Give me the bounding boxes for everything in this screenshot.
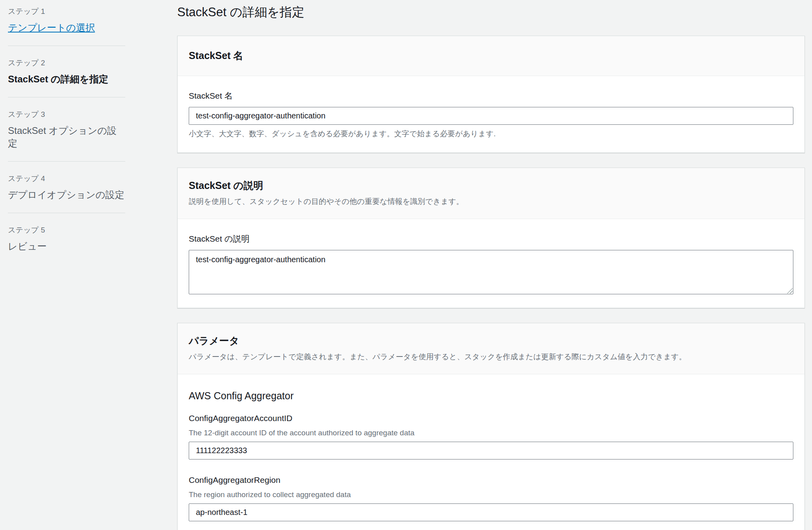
step-divider [8, 213, 125, 213]
step-divider [8, 161, 125, 162]
step-4-label: ステップ 4 [8, 173, 125, 184]
step-2-specify-details: ステップ 2 StackSet の詳細を指定 [8, 57, 125, 85]
stackset-description-card-header: StackSet の説明 説明を使用して、スタックセットの目的やその他の重要な情… [178, 168, 804, 219]
wizard-steps-sidebar: ステップ 1 テンプレートの選択 ステップ 2 StackSet の詳細を指定 … [0, 0, 177, 530]
parameters-card-subtitle: パラメータは、テンプレートで定義されます。また、パラメータを使用すると、スタック… [189, 352, 793, 362]
config-aggregator-region-field: ConfigAggregatorRegion The region author… [189, 475, 793, 521]
step-4-title: デプロイオプションの設定 [8, 189, 125, 201]
step-5-label: ステップ 5 [8, 225, 125, 235]
parameter-group-title: AWS Config Aggregator [189, 390, 793, 402]
parameters-card-body: AWS Config Aggregator ConfigAggregatorAc… [178, 374, 804, 530]
step-1-template-selection: ステップ 1 テンプレートの選択 [8, 6, 125, 34]
stackset-name-input[interactable] [189, 107, 793, 125]
step-2-title-current: StackSet の詳細を指定 [8, 73, 125, 85]
config-aggregator-region-label: ConfigAggregatorRegion [189, 475, 793, 485]
step-5-title: レビュー [8, 240, 125, 252]
stackset-description-card-body: StackSet の説明 test-config-aggregator-auth… [178, 219, 804, 308]
stackset-description-card: StackSet の説明 説明を使用して、スタックセットの目的やその他の重要な情… [177, 168, 805, 308]
stackset-description-card-title: StackSet の説明 [189, 179, 793, 192]
step-1-link[interactable]: テンプレートの選択 [8, 22, 95, 33]
config-aggregator-region-description: The region authorized to collect aggrega… [189, 490, 793, 499]
config-aggregator-account-id-description: The 12-digit account ID of the account a… [189, 429, 793, 437]
stackset-description-textarea[interactable]: test-config-aggregator-authentication [189, 250, 793, 294]
parameters-card-title: パラメータ [189, 334, 793, 347]
step-2-label: ステップ 2 [8, 58, 125, 68]
stackset-name-card-body: StackSet 名 小文字、大文字、数字、ダッシュを含める必要があります。文字… [178, 76, 804, 153]
config-aggregator-region-input[interactable] [189, 503, 793, 521]
config-aggregator-account-id-input[interactable] [189, 442, 793, 459]
config-aggregator-account-id-label: ConfigAggregatorAccountID [189, 414, 793, 423]
wizard-steps-nav: ステップ 1 テンプレートの選択 ステップ 2 StackSet の詳細を指定 … [8, 6, 125, 252]
step-4-deploy-options: ステップ 4 デプロイオプションの設定 [8, 173, 125, 201]
step-5-review: ステップ 5 レビュー [8, 224, 125, 252]
stackset-description-textarea-wrap: test-config-aggregator-authentication [189, 250, 793, 294]
parameters-card: パラメータ パラメータは、テンプレートで定義されます。また、パラメータを使用する… [177, 323, 805, 530]
step-3-label: ステップ 3 [8, 109, 125, 120]
stackset-description-card-subtitle: 説明を使用して、スタックセットの目的やその他の重要な情報を識別できます。 [189, 196, 793, 207]
step-3-title: StackSet オプションの設定 [8, 124, 125, 149]
stackset-name-card: StackSet 名 StackSet 名 小文字、大文字、数字、ダッシュを含め… [177, 36, 805, 153]
config-aggregator-account-id-field: ConfigAggregatorAccountID The 12-digit a… [189, 414, 793, 459]
stackset-description-field-label: StackSet の説明 [189, 233, 793, 244]
step-divider [8, 97, 125, 97]
step-1-label: ステップ 1 [8, 6, 125, 17]
step-divider [8, 46, 125, 46]
parameters-card-header: パラメータ パラメータは、テンプレートで定義されます。また、パラメータを使用する… [178, 323, 804, 374]
stackset-wizard-page: ステップ 1 テンプレートの選択 ステップ 2 StackSet の詳細を指定 … [0, 0, 812, 530]
stackset-name-field-label: StackSet 名 [189, 90, 793, 101]
stackset-name-help-text: 小文字、大文字、数字、ダッシュを含める必要があります。文字で始まる必要があります… [189, 129, 793, 139]
stackset-name-card-title: StackSet 名 [189, 49, 793, 62]
page-title: StackSet の詳細を指定 [177, 4, 805, 21]
stackset-name-card-header: StackSet 名 [178, 36, 804, 76]
main-content: StackSet の詳細を指定 StackSet 名 StackSet 名 小文… [177, 0, 812, 530]
step-3-stackset-options: ステップ 3 StackSet オプションの設定 [8, 109, 125, 149]
